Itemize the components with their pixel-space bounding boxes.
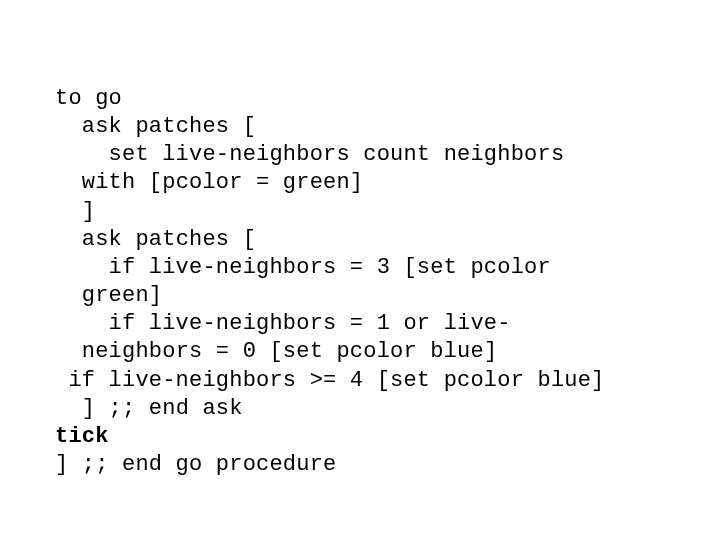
code-line: to go xyxy=(55,86,122,111)
code-line: set live-neighbors count neighbors xyxy=(55,142,564,167)
code-line: green] xyxy=(55,283,162,308)
code-line: with [pcolor = green] xyxy=(55,170,363,195)
code-line: ask patches [ xyxy=(55,114,256,139)
code-line: ] xyxy=(55,199,95,224)
code-line: neighbors = 0 [set pcolor blue] xyxy=(55,339,497,364)
code-line: if live-neighbors = 3 [set pcolor xyxy=(55,255,551,280)
code-line-bold: tick xyxy=(55,424,109,449)
code-block: to go ask patches [ set live-neighbors c… xyxy=(55,85,665,479)
code-line: ] ;; end go procedure xyxy=(55,452,336,477)
code-line: ] ;; end ask xyxy=(55,396,243,421)
code-line: if live-neighbors >= 4 [set pcolor blue] xyxy=(55,368,605,393)
code-line: if live-neighbors = 1 or live- xyxy=(55,311,511,336)
code-line: ask patches [ xyxy=(55,227,256,252)
